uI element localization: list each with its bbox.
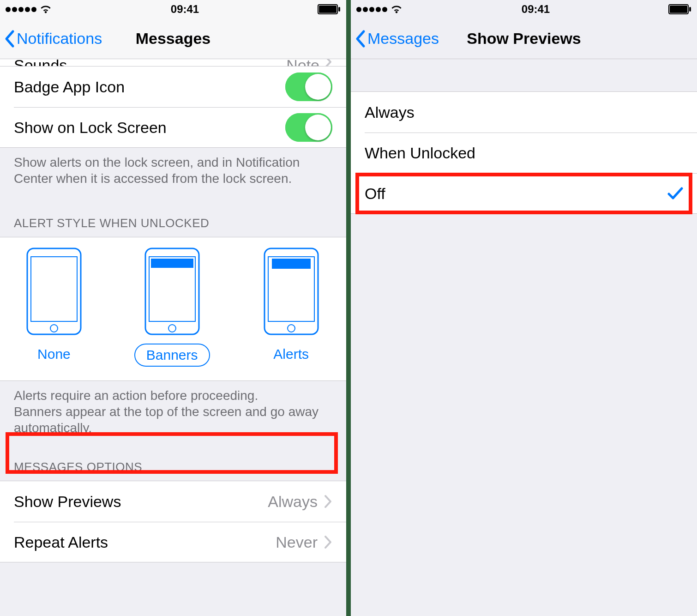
row-label: Badge App Icon [14, 78, 285, 96]
row-detail: Always [268, 493, 318, 511]
row-label: Show Previews [14, 493, 268, 511]
group-toggles: Badge App Icon Show on Lock Screen [0, 66, 346, 148]
settings-content: Always When Unlocked Off [351, 59, 697, 214]
chevron-left-icon [4, 30, 15, 48]
alert-style-alerts[interactable]: Alerts [262, 248, 320, 367]
row-label: Repeat Alerts [14, 533, 276, 551]
svg-rect-8 [151, 259, 193, 268]
group-footer: Show alerts on the lock screen, and in N… [0, 148, 346, 198]
nav-title: Messages [136, 30, 211, 48]
back-label: Messages [367, 30, 439, 48]
group-preview-options: Always When Unlocked Off [351, 91, 697, 214]
battery-icon [668, 4, 691, 14]
alert-style-banners[interactable]: Banners [134, 248, 210, 367]
signal-strength-icon [6, 7, 36, 12]
screenshot-divider [346, 0, 351, 616]
svg-point-9 [168, 325, 176, 332]
status-bar: 09:41 [0, 0, 346, 18]
row-label: Always [365, 103, 683, 121]
nav-bar: Messages Show Previews [351, 18, 697, 59]
group-messages-options: Show Previews Always Repeat Alerts Never [0, 481, 346, 562]
toggle-on[interactable] [285, 113, 332, 142]
phone-banner-icon [144, 248, 200, 335]
row-show-previews[interactable]: Show Previews Always [0, 481, 346, 522]
style-label: Alerts [262, 344, 320, 365]
phone-outline-icon [26, 248, 82, 335]
status-bar: 09:41 [351, 0, 697, 18]
back-button[interactable]: Notifications [0, 30, 102, 48]
status-time: 09:41 [171, 3, 199, 16]
back-button[interactable]: Messages [351, 30, 439, 48]
signal-strength-icon [356, 7, 387, 12]
nav-title: Show Previews [467, 30, 581, 48]
row-sounds-partial[interactable]: Sounds Note [0, 59, 346, 66]
alert-style-selector: None Banners [0, 237, 346, 381]
svg-rect-2 [338, 7, 340, 12]
row-label: Show on Lock Screen [14, 119, 285, 137]
svg-rect-16 [689, 7, 691, 12]
row-option-always[interactable]: Always [351, 92, 697, 133]
row-label: When Unlocked [365, 144, 683, 162]
row-detail: Note [286, 59, 319, 66]
row-option-when-unlocked[interactable]: When Unlocked [351, 133, 697, 173]
svg-rect-4 [31, 257, 77, 321]
group-header-messages-options: MESSAGES OPTIONS [0, 447, 346, 481]
group-header-alert-style: ALERT STYLE WHEN UNLOCKED [0, 198, 346, 237]
wifi-icon [39, 5, 52, 14]
style-label: None [26, 344, 82, 365]
row-detail: Never [276, 533, 318, 551]
chevron-right-icon [324, 495, 332, 508]
phone-alert-icon [264, 248, 319, 335]
battery-icon [318, 4, 341, 14]
chevron-right-icon [324, 535, 332, 549]
row-badge-app-icon[interactable]: Badge App Icon [0, 66, 346, 107]
wifi-icon [390, 5, 403, 14]
checkmark-icon [667, 187, 683, 200]
screenshot-right: 09:41 Messages Show Previews Always When… [351, 0, 697, 616]
row-repeat-alerts[interactable]: Repeat Alerts Never [0, 522, 346, 562]
svg-rect-12 [272, 259, 311, 269]
status-time: 09:41 [522, 3, 550, 16]
row-label: Sounds [14, 59, 67, 66]
style-label: Banners [134, 344, 210, 367]
row-label: Off [365, 185, 667, 203]
group-footer-alert-style: Alerts require an action before proceedi… [0, 381, 346, 447]
toggle-on[interactable] [285, 72, 332, 101]
svg-point-5 [50, 325, 58, 332]
svg-point-13 [288, 325, 295, 332]
settings-content: Sounds Note Badge App Icon Show on Lock … [0, 59, 346, 562]
chevron-left-icon [355, 30, 366, 48]
svg-rect-15 [670, 6, 687, 13]
status-left [356, 5, 403, 14]
back-label: Notifications [17, 30, 102, 48]
status-left [6, 5, 52, 14]
row-option-off[interactable]: Off [351, 173, 697, 214]
alert-style-none[interactable]: None [26, 248, 82, 367]
chevron-right-icon [324, 59, 332, 66]
screenshot-left: 09:41 Notifications Messages Sounds Note… [0, 0, 346, 616]
svg-rect-1 [319, 6, 336, 13]
nav-bar: Notifications Messages [0, 18, 346, 59]
row-show-on-lock-screen[interactable]: Show on Lock Screen [0, 107, 346, 148]
